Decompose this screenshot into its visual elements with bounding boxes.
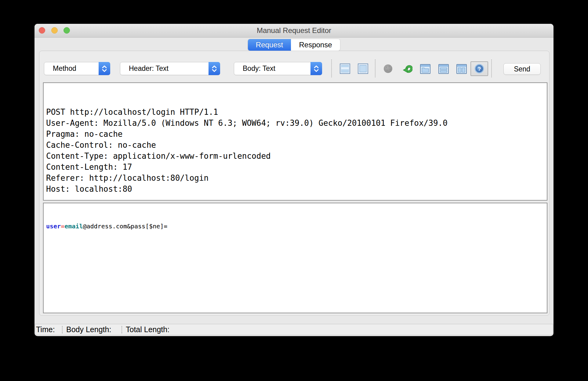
tab-response[interactable]: Response (291, 39, 340, 51)
request-header-editor[interactable]: POST http://localhost/login HTTP/1.1User… (43, 82, 547, 201)
status-separator (62, 326, 63, 333)
screen-background: Manual Request Editor Request Response M… (0, 0, 588, 381)
time-label: Time: (36, 325, 62, 334)
split-vertical-icon[interactable] (456, 64, 467, 74)
pane-combined-icon[interactable] (339, 63, 350, 74)
request-panel: Method Header: Text Body (39, 51, 550, 316)
status-bar: Time: Body Length: Total Length: (35, 324, 553, 335)
toolbar-separator (491, 60, 492, 77)
request-header-text: POST http://localhost/login HTTP/1.1User… (46, 107, 544, 194)
title-bar: Manual Request Editor (34, 24, 554, 38)
total-length-label: Total Length: (126, 325, 169, 334)
chevron-up-down-icon (99, 62, 110, 75)
toolbar-separator (375, 60, 376, 77)
toolbar-separator (331, 60, 332, 77)
svg-text:?: ? (478, 66, 481, 72)
request-body-editor[interactable]: user=email@address.com&pass[$ne]= (43, 203, 547, 313)
body-view-dropdown-value: Body: Text (243, 62, 275, 75)
window-title: Manual Request Editor (34, 24, 554, 37)
resend-icon[interactable] (402, 64, 413, 74)
method-dropdown[interactable]: Method (44, 62, 110, 75)
header-view-dropdown[interactable]: Header: Text (120, 62, 220, 75)
manual-request-editor-window: Manual Request Editor Request Response M… (34, 24, 554, 336)
help-icon: ? (474, 63, 485, 74)
request-response-tabs: Request Response (248, 39, 340, 51)
chevron-up-down-icon (310, 62, 322, 75)
chevron-up-down-icon (209, 62, 220, 75)
help-button[interactable]: ? (470, 61, 488, 76)
method-dropdown-value: Method (53, 62, 76, 75)
tab-view-icon[interactable] (420, 64, 430, 74)
body-view-dropdown[interactable]: Body: Text (234, 62, 322, 75)
body-length-label: Body Length: (66, 325, 122, 334)
send-button[interactable]: Send (503, 63, 541, 75)
header-view-dropdown-value: Header: Text (129, 62, 169, 75)
split-horizontal-icon[interactable] (438, 64, 449, 74)
pane-single-icon[interactable] (358, 63, 368, 74)
record-icon[interactable] (383, 64, 393, 74)
tab-request[interactable]: Request (248, 39, 291, 51)
request-body-text: user=email@address.com&pass[$ne]= (46, 222, 544, 230)
status-separator (122, 326, 122, 333)
